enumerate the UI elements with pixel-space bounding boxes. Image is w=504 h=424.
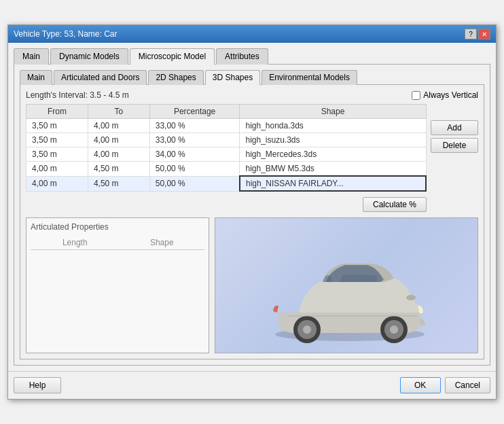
articulated-properties-panel: Articulated Properties Length Shape — [26, 217, 209, 353]
footer-right-buttons: OK Cancel — [400, 377, 490, 393]
inner-tabs: Main Articulated and Doors 2D Shapes 3D … — [20, 70, 484, 85]
always-vertical-checkbox[interactable] — [412, 91, 420, 100]
articulated-props-title: Articulated Properties — [31, 222, 204, 232]
cell-from: 3,50 m — [26, 133, 88, 147]
svg-point-7 — [406, 295, 416, 300]
calculate-btn[interactable]: Calculate % — [363, 197, 427, 212]
cell-shape: high_BMW M5.3ds — [240, 162, 426, 177]
cell-from: 3,50 m — [26, 119, 88, 133]
cell-to: 4,00 m — [88, 119, 149, 133]
props-col-shape: Shape — [119, 236, 204, 250]
props-table: Length Shape — [31, 236, 204, 250]
inner-tab-environmental[interactable]: Environmental Models — [262, 70, 357, 85]
cancel-button[interactable]: Cancel — [445, 377, 490, 393]
close-title-btn[interactable]: ✕ — [478, 29, 490, 39]
always-vertical-label: Always Vertical — [423, 90, 478, 100]
col-shape: Shape — [240, 105, 426, 119]
bottom-section: Articulated Properties Length Shape — [26, 217, 478, 353]
inner-tab-3dshapes-content: Length's Interval: 3.5 - 4.5 m Always Ve… — [20, 84, 484, 359]
inner-tab-3dshapes[interactable]: 3D Shapes — [205, 70, 260, 85]
calculate-row: Calculate % — [26, 194, 427, 212]
cell-to: 4,50 m — [88, 162, 149, 177]
tab-attributes[interactable]: Attributes — [216, 48, 268, 65]
cell-shape: high_isuzu.3ds — [240, 133, 426, 147]
cell-percentage: 33,00 % — [149, 133, 240, 147]
add-btn[interactable]: Add — [431, 120, 478, 135]
inner-tab-main[interactable]: Main — [20, 70, 52, 85]
help-button[interactable]: Help — [14, 377, 61, 393]
cell-percentage: 50,00 % — [149, 176, 240, 191]
inner-tab-articulated[interactable]: Articulated and Doors — [54, 70, 147, 85]
interval-row: Length's Interval: 3.5 - 4.5 m Always Ve… — [26, 90, 478, 100]
outer-tab-content: Main Articulated and Doors 2D Shapes 3D … — [14, 64, 490, 366]
col-to: To — [88, 105, 149, 119]
footer: Help OK Cancel — [8, 371, 496, 399]
col-percentage: Percentage — [149, 105, 240, 119]
svg-point-6 — [390, 325, 398, 334]
dialog-title: Vehicle Type: 53, Name: Car — [14, 29, 118, 39]
help-title-btn[interactable]: ? — [465, 29, 477, 39]
svg-point-3 — [303, 325, 311, 334]
table-row[interactable]: 3,50 m 4,00 m 33,00 % high_honda.3ds — [26, 119, 427, 133]
table-wrapper: From To Percentage Shape 3,50 m 4,00 m 3… — [26, 104, 427, 212]
tab-dynamic-models[interactable]: Dynamic Models — [50, 48, 128, 65]
shapes-table: From To Percentage Shape 3,50 m 4,00 m 3… — [26, 104, 427, 192]
main-dialog: Vehicle Type: 53, Name: Car ? ✕ Main Dyn… — [7, 24, 497, 400]
interval-label: Length's Interval: 3.5 - 4.5 m — [26, 90, 129, 100]
car-svg — [251, 224, 442, 347]
cell-shape: high_honda.3ds — [240, 119, 426, 133]
ok-button[interactable]: OK — [400, 377, 441, 393]
table-row[interactable]: 3,50 m 4,00 m 34,00 % high_Mercedes.3ds — [26, 147, 427, 162]
always-vertical-control: Always Vertical — [412, 90, 478, 100]
props-col-length: Length — [31, 236, 119, 250]
cell-shape: high_NISSAN FAIRLADY... — [240, 176, 426, 191]
tab-microscopic-model[interactable]: Microscopic Model — [130, 48, 215, 65]
cell-from: 4,00 m — [26, 162, 88, 177]
cell-to: 4,00 m — [88, 133, 149, 147]
outer-tabs: Main Dynamic Models Microscopic Model At… — [14, 48, 490, 65]
cell-shape: high_Mercedes.3ds — [240, 147, 426, 162]
table-section: From To Percentage Shape 3,50 m 4,00 m 3… — [26, 104, 478, 212]
cell-to: 4,00 m — [88, 147, 149, 162]
dialog-body: Main Dynamic Models Microscopic Model At… — [8, 43, 496, 371]
title-bar: Vehicle Type: 53, Name: Car ? ✕ — [8, 25, 496, 43]
cell-to: 4,50 m — [88, 176, 149, 191]
car-3d-preview — [215, 217, 478, 353]
cell-from: 4,00 m — [26, 176, 88, 191]
table-row[interactable]: 4,00 m 4,50 m 50,00 % high_NISSAN FAIRLA… — [26, 176, 427, 191]
table-row[interactable]: 3,50 m 4,00 m 33,00 % high_isuzu.3ds — [26, 133, 427, 147]
cell-percentage: 34,00 % — [149, 147, 240, 162]
delete-btn[interactable]: Delete — [431, 138, 478, 153]
cell-percentage: 33,00 % — [149, 119, 240, 133]
table-row[interactable]: 4,00 m 4,50 m 50,00 % high_BMW M5.3ds — [26, 162, 427, 177]
cell-from: 3,50 m — [26, 147, 88, 162]
tab-main[interactable]: Main — [14, 48, 49, 65]
table-action-buttons: Add Delete — [431, 104, 478, 212]
cell-percentage: 50,00 % — [149, 162, 240, 177]
col-from: From — [26, 105, 88, 119]
title-bar-buttons: ? ✕ — [465, 29, 490, 39]
inner-tab-2dshapes[interactable]: 2D Shapes — [148, 70, 203, 85]
